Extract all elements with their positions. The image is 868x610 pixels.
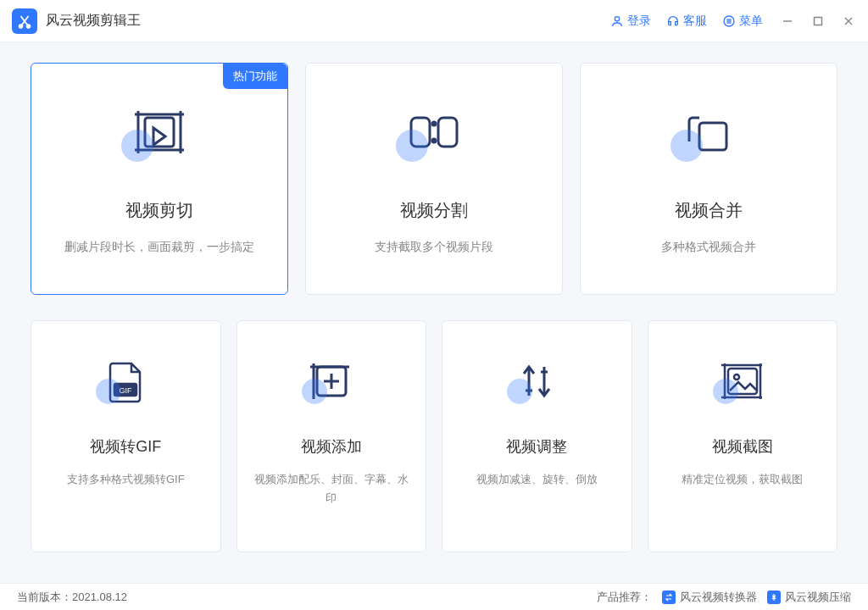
adjust-icon xyxy=(507,352,566,411)
maximize-button[interactable] xyxy=(810,14,826,29)
converter-icon xyxy=(662,591,676,604)
recommend-label: 产品推荐： xyxy=(597,590,652,605)
svg-point-19 xyxy=(432,139,436,142)
support-button[interactable]: 客服 xyxy=(666,14,707,29)
login-button[interactable]: 登录 xyxy=(610,14,651,29)
card-desc: 删减片段时长，画面裁剪，一步搞定 xyxy=(64,237,254,258)
cut-icon xyxy=(121,94,198,170)
footer-bar: 当前版本： 2021.08.12 产品推荐： 风云视频转换器 风云视频压缩 xyxy=(0,583,868,610)
svg-rect-20 xyxy=(699,123,726,150)
header-bar: 风云视频剪辑王 登录 客服 菜单 xyxy=(0,0,868,42)
card-title: 视频分割 xyxy=(400,199,468,222)
card-title: 视频调整 xyxy=(506,436,567,457)
compress-icon xyxy=(767,591,781,604)
card-video-cut[interactable]: 热门功能 视频剪切 删减片段时长，画面裁剪，一步搞定 xyxy=(31,63,288,295)
menu-icon xyxy=(722,14,736,28)
card-desc: 精准定位视频，获取截图 xyxy=(682,470,803,489)
svg-point-18 xyxy=(432,122,436,125)
svg-point-0 xyxy=(19,25,23,28)
recommend-label-1: 风云视频转换器 xyxy=(680,590,757,605)
top-row: 热门功能 视频剪切 删减片段时长，画面裁剪，一步搞定 视频分割 支持截取多个视频… xyxy=(31,63,837,295)
card-title: 视频剪切 xyxy=(125,199,193,222)
svg-rect-8 xyxy=(815,17,822,25)
svg-text:GIF: GIF xyxy=(120,386,133,395)
support-label: 客服 xyxy=(683,14,707,29)
close-button[interactable] xyxy=(841,14,856,29)
version-label: 当前版本： xyxy=(17,590,72,605)
gif-icon: GIF xyxy=(96,352,155,411)
recommend-label-2: 风云视频压缩 xyxy=(785,590,851,605)
main-area: 热门功能 视频剪切 删减片段时长，画面裁剪，一步搞定 视频分割 支持截取多个视频… xyxy=(0,42,868,583)
card-desc: 支持多种格式视频转GIF xyxy=(67,470,185,489)
screenshot-icon xyxy=(713,352,772,411)
card-desc: 视频添加配乐、封面、字幕、水印 xyxy=(251,470,413,507)
card-video-adjust[interactable]: 视频调整 视频加减速、旋转、倒放 xyxy=(442,320,632,552)
card-title: 视频转GIF xyxy=(90,436,161,457)
user-icon xyxy=(610,14,624,28)
card-desc: 视频加减速、旋转、倒放 xyxy=(476,470,598,489)
svg-point-33 xyxy=(734,374,739,380)
card-video-merge[interactable]: 视频合并 多种格式视频合并 xyxy=(580,63,837,295)
menu-label: 菜单 xyxy=(739,14,763,29)
card-desc: 多种格式视频合并 xyxy=(661,237,756,258)
minimize-button[interactable] xyxy=(780,14,795,29)
menu-button[interactable]: 菜单 xyxy=(722,14,763,29)
svg-point-2 xyxy=(615,16,619,20)
version-value: 2021.08.12 xyxy=(72,591,127,603)
split-icon xyxy=(396,94,472,170)
recommend-compress[interactable]: 风云视频压缩 xyxy=(767,590,851,605)
card-video-add[interactable]: 视频添加 视频添加配乐、封面、字幕、水印 xyxy=(236,320,427,552)
svg-rect-17 xyxy=(438,118,457,147)
headset-icon xyxy=(666,14,680,28)
recommend-converter[interactable]: 风云视频转换器 xyxy=(662,590,757,605)
app-logo xyxy=(12,8,37,34)
bottom-row: GIF 视频转GIF 支持多种格式视频转GIF 视频添加 视频添加配乐、封面、字… xyxy=(31,320,837,552)
card-video-screenshot[interactable]: 视频截图 精准定位视频，获取截图 xyxy=(648,320,838,552)
app-title: 风云视频剪辑王 xyxy=(46,12,141,30)
card-video-split[interactable]: 视频分割 支持截取多个视频片段 xyxy=(305,63,563,295)
svg-point-1 xyxy=(27,25,31,28)
card-desc: 支持截取多个视频片段 xyxy=(375,237,493,258)
hot-badge: 热门功能 xyxy=(223,64,287,89)
login-label: 登录 xyxy=(627,14,651,29)
card-title: 视频添加 xyxy=(301,436,362,457)
card-title: 视频截图 xyxy=(712,436,773,457)
card-title: 视频合并 xyxy=(675,199,743,222)
merge-icon xyxy=(670,94,747,170)
add-icon xyxy=(302,352,361,411)
card-video-gif[interactable]: GIF 视频转GIF 支持多种格式视频转GIF xyxy=(31,320,221,552)
